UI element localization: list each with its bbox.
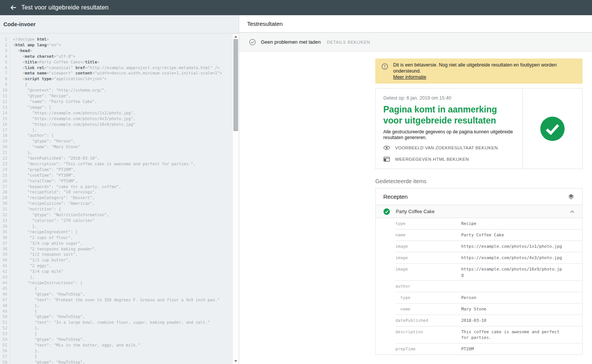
detected-items-card: Recepten Party Coffee Cake typeRecipe	[375, 188, 582, 355]
code-line: 5 <title>Party Coffee Cake</title>	[0, 59, 239, 65]
back-arrow-icon[interactable]	[10, 4, 17, 11]
code-line: 23 "description": "This coffee cake is a…	[0, 161, 239, 167]
code-line: 28 "recipeYield": "10 servings",	[0, 189, 239, 195]
code-line: 26 "totalTime": "PT50M",	[0, 178, 239, 184]
property-row: descriptionThis coffee cake is awesome a…	[395, 326, 582, 343]
success-check-icon	[540, 116, 565, 141]
test-results-panel: Testresultaten Geen problemen met laden …	[239, 15, 592, 364]
code-line: 35 "recipeIngredient": [	[0, 229, 239, 235]
scroll-up-icon[interactable]	[234, 36, 237, 38]
topbar: Test voor uitgebreide resultaten	[0, 0, 592, 15]
code-line: 54 "@type": "HowToStep",	[0, 337, 239, 342]
property-table: typeRecipenameParty Coffee Cakeimagehttp…	[395, 218, 582, 355]
code-line: 40 "1/2 cup butter",	[0, 257, 239, 263]
info-icon	[381, 63, 388, 70]
code-line: 34 },	[0, 223, 239, 229]
code-line: 31 "nutrition": {	[0, 206, 239, 212]
more-info-link[interactable]: Meer informatie	[393, 74, 426, 80]
code-input-header: Code-invoer	[0, 15, 239, 33]
code-line: 3 <head>	[0, 48, 239, 54]
code-line: 18 "author": {	[0, 133, 239, 138]
code-line: 45 {	[0, 286, 239, 291]
page-title: Test voor uitgebreide resultaten	[21, 4, 109, 11]
code-line: 55 "text": "Mix in the butter, eggs, and…	[0, 342, 239, 348]
loading-status-bar: Geen problemen met laden DETAILS BEKIJKE…	[239, 33, 592, 52]
code-line: 22 "datePublished": "2018-03-10",	[0, 155, 239, 161]
rich-results-test-app: Test voor uitgebreide resultaten Code-in…	[0, 0, 592, 364]
code-line: 51 "text": "In a large bowl, combine flo…	[0, 320, 239, 325]
code-line: 56 },	[0, 348, 239, 354]
code-line: 57 {	[0, 354, 239, 359]
code-line: 44 "recipeInstructions": [	[0, 280, 239, 286]
code-lines: 1<!doctype html>2<html amp lang="en">3 <…	[0, 36, 239, 364]
code-line: 33 "calories": "270 calories"	[0, 218, 239, 223]
html-window-icon	[383, 156, 390, 163]
code-line: 25 "cookTime": "PT30M",	[0, 173, 239, 178]
code-line: 15 "https://example.com/photos/4x3/photo…	[0, 116, 239, 122]
property-row: prepTimePT20M	[395, 343, 582, 355]
code-line: 38 "2 teaspoons baking powder",	[0, 246, 239, 252]
code-line: 58 "@type": "HowToStep",	[0, 359, 239, 364]
result-headline: Pagina komt in aanmerking voor uitgebrei…	[383, 104, 516, 126]
code-line: 47 "text": "Preheat the oven to 350 degr…	[0, 297, 239, 303]
property-row: imagehttps://example.com/photos/16x9/pho…	[395, 264, 582, 281]
status-label: Geen problemen met laden	[261, 39, 321, 45]
results-header: Testresultaten	[239, 15, 592, 33]
code-line: 48 },	[0, 303, 239, 309]
code-line: 19 "@type": "Person",	[0, 138, 239, 144]
result-description: Alle gestructureerde gegevens op de pagi…	[383, 129, 516, 141]
code-line: 50 "@type": "HowToStep",	[0, 314, 239, 320]
code-line: 24 "prepTime": "PT20M",	[0, 167, 239, 173]
code-line: 39 "1/2 teaspoon salt",	[0, 252, 239, 257]
results-content: Dit is een bètaversie. Nog niet alle uit…	[375, 59, 582, 355]
item-valid-check-icon	[383, 208, 390, 215]
code-line: 20 "name": "Mary Stone"	[0, 144, 239, 150]
code-line: 10 "@context": "http://schema.org/",	[0, 87, 239, 93]
property-row: nameParty Coffee Cake	[395, 229, 582, 241]
property-row: typeRecipe	[395, 218, 582, 229]
code-line: 49 {	[0, 309, 239, 314]
code-line: 27 "keywords": "cake for a party, coffee…	[0, 184, 239, 190]
code-line: 36 "2 cups of flour",	[0, 235, 239, 241]
code-line: 6 <link rel="canonical" href="http://exa…	[0, 65, 239, 71]
chevron-up-icon[interactable]	[570, 210, 575, 213]
details-link[interactable]: DETAILS BEKIJKEN	[327, 40, 370, 44]
item-row-party-coffee-cake[interactable]: Party Coffee Cake	[376, 205, 582, 218]
code-line: 32 "@type": "NutritionInformation",	[0, 212, 239, 218]
code-line: 46 "@type": "HowToStep",	[0, 291, 239, 297]
code-line: 11 "@type": "Recipe",	[0, 93, 239, 99]
property-row: typePerson	[395, 292, 582, 304]
eye-icon	[383, 144, 390, 151]
scrollbar-thumb[interactable]	[233, 39, 238, 131]
code-scrollbar[interactable]	[232, 34, 239, 364]
property-row: imagehttps://example.com/photos/4x3/phot…	[395, 252, 582, 264]
detected-items-label: Gedetecteerde items	[375, 178, 582, 184]
scroll-down-icon[interactable]	[234, 360, 237, 362]
view-rendered-html-button[interactable]: WEERGEGEVEN HTML BEKIJKEN	[383, 155, 516, 163]
code-line: 14 "https://example.com/photos/1x1/photo…	[0, 110, 239, 116]
property-row: author	[395, 281, 582, 292]
code-line: 17 ],	[0, 127, 239, 133]
items-card-title: Recepten	[383, 193, 568, 200]
code-line: 1<!doctype html>	[0, 36, 239, 42]
property-row: imagehttps://example.com/photos/1x1/phot…	[395, 241, 582, 252]
code-line: 52 },	[0, 325, 239, 331]
code-line: 29 "recipeCategory": "Dessert",	[0, 195, 239, 201]
code-line: 41 "2 eggs",	[0, 263, 239, 269]
code-line: 30 "recipeCuisine": "American",	[0, 201, 239, 206]
item-name: Party Coffee Cake	[396, 209, 570, 214]
code-line: 12 "name": "Party Coffee Cake",	[0, 99, 239, 104]
code-line: 8 <script type="application/ld+json">	[0, 76, 239, 82]
result-status-pane	[522, 89, 582, 169]
code-line: 7 <meta name="viewport" content="width=d…	[0, 70, 239, 76]
beta-warning-banner: Dit is een bètaversie. Nog niet alle uit…	[375, 59, 582, 84]
code-line: 9 {	[0, 82, 239, 87]
code-line: 42 "3/4 cup milk"	[0, 269, 239, 274]
code-line: 2<html amp lang="en">	[0, 42, 239, 48]
preview-search-result-button[interactable]: VOORBEELD VAN ZOEKRESULTAAT BEKIJKEN	[383, 144, 516, 152]
code-editor[interactable]: 1<!doctype html>2<html amp lang="en">3 <…	[0, 34, 239, 364]
code-input-panel: Code-invoer 1<!doctype html>2<html amp l…	[0, 15, 239, 364]
code-line: 53 {	[0, 331, 239, 337]
code-line: 16 "https://example.com/photos/16x9/phot…	[0, 122, 239, 127]
recipes-type-icon	[568, 193, 575, 200]
